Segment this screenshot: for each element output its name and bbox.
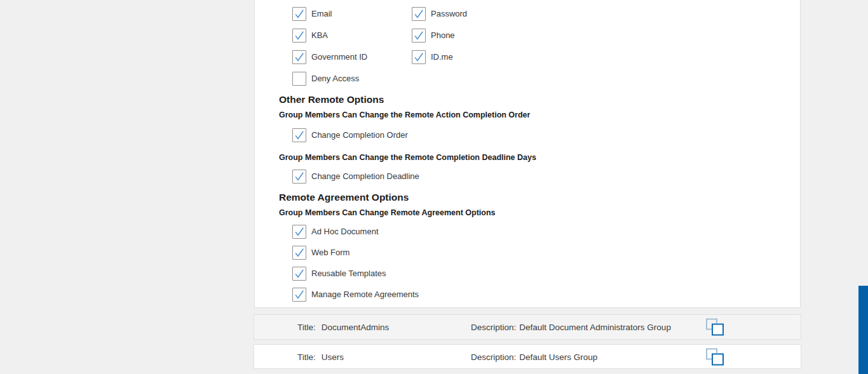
check-icon — [412, 51, 425, 63]
vertical-scrollbar-thumb[interactable] — [858, 286, 868, 374]
check-icon — [293, 246, 306, 259]
checkbox-label: Manage Remote Agreements — [311, 290, 419, 299]
group-settings-panel: Email Password KBA Phone Government ID I… — [254, 0, 801, 308]
auth-options-grid: Email Password KBA Phone Government ID I… — [292, 6, 800, 86]
title-label: Title: — [297, 352, 316, 361]
checkbox-change-completion-order[interactable] — [292, 128, 306, 142]
check-icon — [293, 29, 306, 42]
checkbox-label: ID.me — [431, 52, 453, 62]
checkbox-label: Government ID — [311, 52, 367, 62]
checkbox-label: Email — [311, 9, 332, 18]
checkbox-item-web-form[interactable]: Web Form — [292, 245, 800, 260]
checkbox-label: Change Completion Deadline — [311, 171, 419, 181]
checkbox-item-idme[interactable]: ID.me — [412, 50, 800, 64]
title-value: Users — [322, 352, 344, 361]
checkbox-phone[interactable] — [412, 29, 426, 43]
remote-agreement-checkbox-list: Ad Hoc Document Web Form Reusable Templa… — [292, 224, 800, 302]
checkbox-label: Password — [431, 9, 467, 18]
checkbox-email[interactable] — [292, 7, 306, 21]
checkbox-label: Phone — [431, 30, 455, 40]
group-row-title: Title:Users — [297, 352, 344, 361]
description-value: Default Users Group — [519, 352, 597, 361]
subheading-remote-agreement-options: Group Members Can Change Remote Agreemen… — [279, 208, 800, 218]
subheading-change-completion-order: Group Members Can Change the Remote Acti… — [279, 110, 800, 120]
check-icon — [293, 129, 306, 142]
description-value: Default Document Administrators Group — [519, 323, 671, 332]
checkbox-item-kba[interactable]: KBA — [292, 28, 412, 43]
checkbox-password[interactable] — [412, 7, 426, 21]
checkbox-item-ad-hoc-document[interactable]: Ad Hoc Document — [292, 224, 800, 239]
checkbox-item-password[interactable]: Password — [412, 6, 800, 21]
checkbox-label: Reusable Templates — [311, 269, 386, 278]
check-icon — [293, 288, 306, 301]
checkbox-label: Web Form — [311, 248, 349, 257]
description-label: Description: — [471, 323, 516, 332]
group-row-description: Description:Default Users Group — [471, 352, 597, 361]
checkbox-web-form[interactable] — [292, 246, 306, 260]
checkbox-item-change-completion-order[interactable]: Change Completion Order — [292, 128, 800, 142]
checkbox-item-reusable-templates[interactable]: Reusable Templates — [292, 266, 800, 281]
group-row-users[interactable]: Title:Users Description:Default Users Gr… — [254, 344, 801, 369]
checkbox-item-manage-remote-agreements[interactable]: Manage Remote Agreements — [292, 287, 800, 302]
copy-icon — [706, 319, 724, 336]
group-row-description: Description:Default Document Administrat… — [471, 323, 671, 332]
checkbox-item-email[interactable]: Email — [292, 6, 412, 21]
checkbox-manage-remote-agreements[interactable] — [292, 288, 306, 302]
check-icon — [412, 8, 425, 20]
checkbox-idme[interactable] — [412, 50, 426, 64]
checkbox-kba[interactable] — [292, 29, 306, 43]
check-icon — [293, 225, 306, 238]
section-heading-other-remote-options: Other Remote Options — [279, 93, 800, 106]
copy-icon — [706, 348, 724, 365]
checkbox-ad-hoc-document[interactable] — [292, 225, 306, 239]
check-icon — [293, 51, 306, 63]
checkbox-item-deny-access[interactable]: Deny Access — [292, 71, 412, 86]
copy-group-button[interactable] — [706, 348, 724, 365]
check-icon — [293, 8, 306, 20]
checkbox-label: KBA — [311, 30, 328, 40]
checkbox-label: Deny Access — [311, 74, 359, 83]
group-row-title: Title:DocumentAdmins — [297, 323, 389, 332]
checkbox-reusable-templates[interactable] — [292, 267, 306, 281]
checkbox-item-change-completion-deadline[interactable]: Change Completion Deadline — [292, 169, 800, 184]
check-icon — [293, 267, 306, 280]
group-row-documentadmins[interactable]: Title:DocumentAdmins Description:Default… — [254, 314, 801, 340]
checkbox-label: Ad Hoc Document — [311, 227, 379, 236]
checkbox-change-completion-deadline[interactable] — [292, 170, 306, 184]
checkbox-label: Change Completion Order — [311, 130, 408, 140]
section-heading-remote-agreement-options: Remote Agreement Options — [279, 191, 800, 204]
check-icon — [412, 29, 425, 42]
copy-group-button[interactable] — [706, 319, 724, 336]
checkbox-item-government-id[interactable]: Government ID — [292, 50, 412, 64]
title-value: DocumentAdmins — [322, 323, 390, 332]
check-icon — [293, 170, 306, 183]
subheading-change-completion-deadline: Group Members Can Change the Remote Comp… — [279, 152, 800, 163]
checkbox-government-id[interactable] — [292, 50, 306, 64]
description-label: Description: — [471, 352, 516, 361]
checkbox-item-phone[interactable]: Phone — [412, 28, 800, 43]
title-label: Title: — [297, 323, 316, 332]
checkbox-deny-access[interactable] — [292, 72, 306, 86]
